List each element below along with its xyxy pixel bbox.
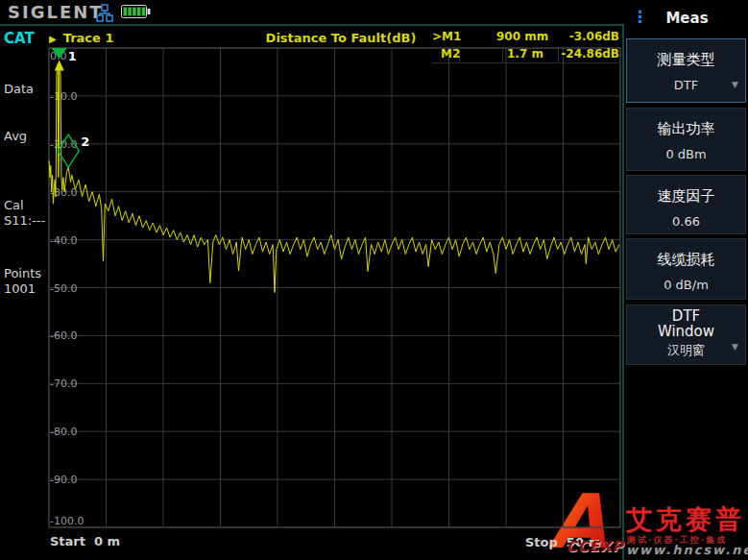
trace-arrow-icon: ▶ <box>49 34 57 44</box>
marker1-arrow-icon <box>55 61 64 71</box>
sidebar-item-data: Data <box>4 82 34 96</box>
y-tick-label: -20.0 <box>50 138 77 151</box>
chevron-down-icon: ▼ <box>732 342 738 352</box>
menu-header: ⋮ Meas <box>626 0 748 37</box>
marker2-value: -24.86dB <box>560 47 619 61</box>
menu-item-value: 0 dB/m <box>627 278 745 292</box>
menu-item-value: 0 dBm <box>627 147 745 161</box>
watermark-url: www.hncsw.net <box>626 543 748 557</box>
y-tick-label: -100.0 <box>50 515 84 527</box>
y-tick-label: -10.0 <box>50 90 77 103</box>
menu-item-label: 线缆损耗 <box>627 251 745 269</box>
menu-item-label: 速度因子 <box>627 187 745 206</box>
marker2-id: M2 <box>441 47 460 61</box>
menu-title: Meas <box>626 10 748 27</box>
marker2-distance: 1.7 m <box>507 47 543 61</box>
menu-item-value: 汉明窗 <box>627 342 745 359</box>
menu-item-label: 测量类型 <box>627 51 745 69</box>
svg-text:1: 1 <box>68 49 77 63</box>
watermark-brand-cn: 艾克赛普 <box>626 502 745 537</box>
marker-table-divider <box>558 46 559 62</box>
y-tick-label: -50.0 <box>50 282 77 295</box>
trace-selector[interactable]: ▶Trace 1 <box>49 31 113 45</box>
menu-item-label: 输出功率 <box>627 120 745 138</box>
y-tick-label: -30.0 <box>50 186 77 199</box>
topbar-separator <box>0 24 624 26</box>
menu-item-output-power[interactable]: 输出功率 0 dBm <box>626 108 746 171</box>
y-tick-label: -80.0 <box>50 426 77 438</box>
marker1-triangle-icon <box>52 48 67 60</box>
menu-item-velocity-factor[interactable]: 速度因子 0.66 <box>626 175 746 234</box>
marker1-value: -3.06dB <box>560 30 619 43</box>
trace-label: Trace 1 <box>63 31 114 45</box>
sidebar-item-points: Points <box>4 266 41 280</box>
marker1-distance: 900 mm <box>496 30 548 43</box>
menu-item-cable-loss[interactable]: 线缆损耗 0 dB/m <box>626 238 746 300</box>
sidebar-item-s11: S11:--- <box>4 213 45 228</box>
mode-badge: CAT <box>4 30 35 47</box>
y-tick-label: -40.0 <box>50 234 77 247</box>
y-tick-label: 0.0 <box>50 50 67 62</box>
measurement-title: Distance To Fault(dB) <box>245 31 437 45</box>
svg-text:2: 2 <box>81 134 89 149</box>
battery-icon <box>121 5 152 19</box>
chevron-down-icon: ▼ <box>732 80 738 89</box>
sidebar-item-cal: Cal <box>4 198 24 212</box>
marker1-id: >M1 <box>432 30 461 43</box>
menu-item-label: DTF Window <box>652 308 721 339</box>
y-tick-label: -60.0 <box>50 329 77 342</box>
marker-table-divider <box>502 46 503 62</box>
instrument-screen: SIGLENT CAT ▶Trace 1 Distance To Fault(d… <box>0 0 748 560</box>
marker2-diamond-icon <box>58 134 79 167</box>
menu-item-value: DTF <box>627 78 745 92</box>
watermark-logo-text: CCEXP <box>567 538 624 555</box>
sidebar-item-avg: Avg <box>4 129 27 143</box>
marker-table-divider <box>432 62 620 63</box>
menu-item-dtf-window[interactable]: DTF Window 汉明窗 ▼ <box>626 304 746 365</box>
x-axis-start-label: Start 0 m <box>50 534 120 548</box>
menu-item-value: 0.66 <box>627 214 745 229</box>
lan-network-icon <box>96 4 113 22</box>
siglent-logo: SIGLENT <box>8 2 104 22</box>
sidebar-points-value: 1001 <box>4 281 36 296</box>
menu-item-measure-type[interactable]: 测量类型 DTF ▼ <box>626 38 746 103</box>
y-tick-label: -90.0 <box>50 474 77 486</box>
y-tick-label: -70.0 <box>50 377 77 390</box>
